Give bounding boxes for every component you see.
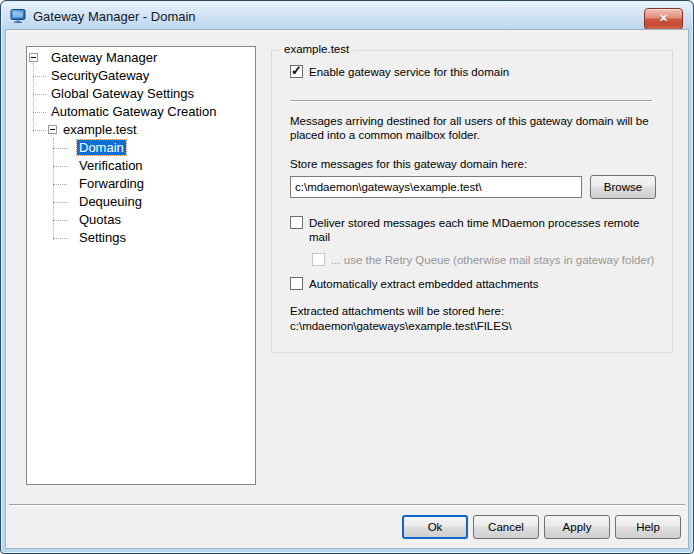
tree-connector: [53, 148, 67, 149]
tree-item-label: Dequeuing: [77, 194, 144, 209]
tree-item-label: example.test: [61, 122, 139, 137]
tree-connector: [53, 202, 67, 203]
tree-item-gateway-manager[interactable]: Gateway Manager: [27, 49, 255, 67]
enable-gateway-checkbox-row[interactable]: Enable gateway service for this domain: [290, 65, 656, 79]
tree-item-securitygateway[interactable]: SecurityGateway: [27, 67, 255, 85]
retry-queue-checkbox-row: ... use the Retry Queue (otherwise mail …: [312, 253, 656, 267]
collapse-icon[interactable]: [29, 53, 38, 62]
tree-connector: [33, 130, 46, 131]
tree-item-domain[interactable]: Domain: [27, 139, 255, 157]
tree-connector: [53, 166, 67, 167]
tree-connector: [53, 220, 67, 221]
navigation-tree[interactable]: Gateway ManagerSecurityGatewayGlobal Gat…: [26, 46, 256, 485]
tree-item-dequeuing[interactable]: Dequeuing: [27, 193, 255, 211]
footer-buttons: OkCancelApplyHelp: [402, 515, 681, 539]
footer-separator: [9, 504, 685, 505]
ok-button[interactable]: Ok: [402, 515, 468, 539]
domain-settings-group: example.test Enable gateway service for …: [271, 50, 673, 353]
dialog-client-area: Gateway ManagerSecurityGatewayGlobal Gat…: [6, 30, 688, 548]
tree-item-global-gateway-settings[interactable]: Global Gateway Settings: [27, 85, 255, 103]
extract-attachments-checkbox[interactable]: [290, 277, 303, 290]
tree-item-settings[interactable]: Settings: [27, 229, 255, 247]
tree-item-label: Quotas: [77, 212, 123, 227]
retry-queue-label: ... use the Retry Queue (otherwise mail …: [331, 253, 654, 267]
close-button[interactable]: ✕: [644, 8, 683, 30]
cancel-button[interactable]: Cancel: [473, 515, 539, 539]
dialog-window: Gateway Manager - Domain ✕ Gateway Manag…: [0, 0, 694, 554]
tree-connector: [53, 184, 67, 185]
tree-item-label: Domain: [77, 140, 126, 155]
help-button[interactable]: Help: [615, 515, 681, 539]
tree-item-automatic-gateway-creation[interactable]: Automatic Gateway Creation: [27, 103, 255, 121]
tree-item-label: Automatic Gateway Creation: [49, 104, 218, 119]
deliver-label[interactable]: Deliver stored messages each time MDaemo…: [309, 216, 656, 244]
tree-connector: [33, 112, 46, 113]
enable-gateway-checkbox[interactable]: [290, 65, 303, 78]
deliver-checkbox[interactable]: [290, 216, 303, 229]
tree-item-label: Gateway Manager: [49, 50, 159, 65]
tree-connector: [33, 94, 46, 95]
tree-connector: [33, 76, 46, 77]
apply-button[interactable]: Apply: [544, 515, 610, 539]
extracted-note: Extracted attachments will be stored her…: [290, 304, 656, 318]
collapse-icon[interactable]: [48, 125, 57, 134]
tree-item-label: Global Gateway Settings: [49, 86, 196, 101]
extract-attachments-checkbox-row[interactable]: Automatically extract embedded attachmen…: [290, 277, 656, 291]
app-icon: [10, 8, 27, 24]
tree-item-quotas[interactable]: Quotas: [27, 211, 255, 229]
tree-item-forwarding[interactable]: Forwarding: [27, 175, 255, 193]
enable-gateway-label[interactable]: Enable gateway service for this domain: [309, 65, 509, 79]
deliver-checkbox-row[interactable]: Deliver stored messages each time MDaemo…: [290, 216, 656, 244]
browse-button[interactable]: Browse: [590, 175, 656, 199]
group-label: example.test: [280, 43, 353, 55]
tree-item-example-test[interactable]: example.test: [27, 121, 255, 139]
store-path-label: Store messages for this gateway domain h…: [290, 158, 656, 170]
retry-queue-checkbox: [312, 253, 325, 266]
title-bar[interactable]: Gateway Manager - Domain ✕: [2, 2, 692, 30]
separator: [290, 100, 652, 101]
tree-item-label: Forwarding: [77, 176, 146, 191]
window-title: Gateway Manager - Domain: [33, 9, 196, 24]
store-path-input[interactable]: [290, 176, 582, 198]
extract-attachments-label[interactable]: Automatically extract embedded attachmen…: [309, 277, 538, 291]
tree-item-verification[interactable]: Verification: [27, 157, 255, 175]
extracted-path: c:\mdaemon\gateways\example.test\FILES\: [290, 319, 656, 333]
tree-connector: [53, 238, 67, 239]
tree-item-label: Settings: [77, 230, 128, 245]
intro-text: Messages arriving destined for all users…: [290, 114, 668, 142]
tree: Gateway ManagerSecurityGatewayGlobal Gat…: [27, 49, 255, 484]
close-icon: ✕: [659, 12, 668, 24]
tree-item-label: SecurityGateway: [49, 68, 151, 83]
tree-item-label: Verification: [77, 158, 145, 173]
